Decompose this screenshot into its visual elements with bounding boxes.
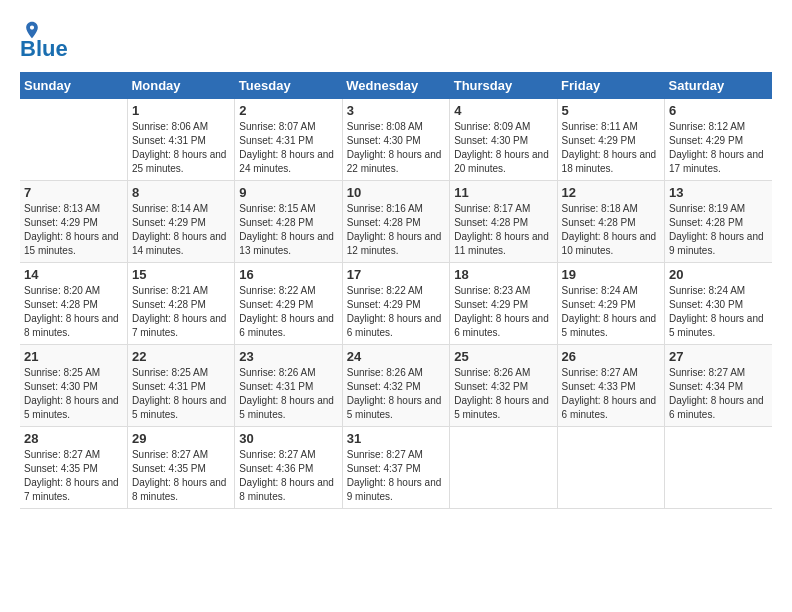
col-header-tuesday: Tuesday [235,72,342,99]
day-number: 18 [454,267,552,282]
day-cell: 21Sunrise: 8:25 AMSunset: 4:30 PMDayligh… [20,345,127,427]
day-cell: 30Sunrise: 8:27 AMSunset: 4:36 PMDayligh… [235,427,342,509]
day-cell: 4Sunrise: 8:09 AMSunset: 4:30 PMDaylight… [450,99,557,181]
day-info: Sunrise: 8:06 AMSunset: 4:31 PMDaylight:… [132,120,230,176]
day-info: Sunrise: 8:26 AMSunset: 4:32 PMDaylight:… [454,366,552,422]
day-info: Sunrise: 8:11 AMSunset: 4:29 PMDaylight:… [562,120,660,176]
logo: Blue [20,20,68,62]
week-row-5: 28Sunrise: 8:27 AMSunset: 4:35 PMDayligh… [20,427,772,509]
day-number: 23 [239,349,337,364]
day-info: Sunrise: 8:27 AMSunset: 4:35 PMDaylight:… [132,448,230,504]
day-number: 3 [347,103,445,118]
day-info: Sunrise: 8:09 AMSunset: 4:30 PMDaylight:… [454,120,552,176]
day-number: 5 [562,103,660,118]
day-cell: 1Sunrise: 8:06 AMSunset: 4:31 PMDaylight… [127,99,234,181]
day-cell [557,427,664,509]
calendar-table: SundayMondayTuesdayWednesdayThursdayFrid… [20,72,772,509]
week-row-3: 14Sunrise: 8:20 AMSunset: 4:28 PMDayligh… [20,263,772,345]
day-number: 25 [454,349,552,364]
day-info: Sunrise: 8:18 AMSunset: 4:28 PMDaylight:… [562,202,660,258]
day-cell: 17Sunrise: 8:22 AMSunset: 4:29 PMDayligh… [342,263,449,345]
day-cell: 2Sunrise: 8:07 AMSunset: 4:31 PMDaylight… [235,99,342,181]
day-number: 9 [239,185,337,200]
day-info: Sunrise: 8:08 AMSunset: 4:30 PMDaylight:… [347,120,445,176]
day-number: 11 [454,185,552,200]
day-cell: 23Sunrise: 8:26 AMSunset: 4:31 PMDayligh… [235,345,342,427]
day-info: Sunrise: 8:27 AMSunset: 4:37 PMDaylight:… [347,448,445,504]
day-info: Sunrise: 8:16 AMSunset: 4:28 PMDaylight:… [347,202,445,258]
week-row-1: 1Sunrise: 8:06 AMSunset: 4:31 PMDaylight… [20,99,772,181]
day-number: 30 [239,431,337,446]
logo-blue: Blue [20,36,68,62]
header: Blue [20,20,772,62]
day-number: 1 [132,103,230,118]
day-info: Sunrise: 8:27 AMSunset: 4:36 PMDaylight:… [239,448,337,504]
col-header-sunday: Sunday [20,72,127,99]
day-number: 16 [239,267,337,282]
day-cell: 24Sunrise: 8:26 AMSunset: 4:32 PMDayligh… [342,345,449,427]
day-number: 7 [24,185,123,200]
day-number: 4 [454,103,552,118]
day-info: Sunrise: 8:24 AMSunset: 4:29 PMDaylight:… [562,284,660,340]
day-info: Sunrise: 8:22 AMSunset: 4:29 PMDaylight:… [347,284,445,340]
col-header-monday: Monday [127,72,234,99]
day-number: 21 [24,349,123,364]
day-cell: 16Sunrise: 8:22 AMSunset: 4:29 PMDayligh… [235,263,342,345]
day-number: 27 [669,349,768,364]
day-number: 26 [562,349,660,364]
day-cell: 5Sunrise: 8:11 AMSunset: 4:29 PMDaylight… [557,99,664,181]
day-cell: 7Sunrise: 8:13 AMSunset: 4:29 PMDaylight… [20,181,127,263]
day-info: Sunrise: 8:19 AMSunset: 4:28 PMDaylight:… [669,202,768,258]
day-number: 28 [24,431,123,446]
day-info: Sunrise: 8:23 AMSunset: 4:29 PMDaylight:… [454,284,552,340]
day-info: Sunrise: 8:07 AMSunset: 4:31 PMDaylight:… [239,120,337,176]
day-cell: 27Sunrise: 8:27 AMSunset: 4:34 PMDayligh… [665,345,772,427]
day-number: 15 [132,267,230,282]
day-info: Sunrise: 8:20 AMSunset: 4:28 PMDaylight:… [24,284,123,340]
day-cell: 31Sunrise: 8:27 AMSunset: 4:37 PMDayligh… [342,427,449,509]
day-number: 22 [132,349,230,364]
day-cell: 18Sunrise: 8:23 AMSunset: 4:29 PMDayligh… [450,263,557,345]
day-number: 13 [669,185,768,200]
day-number: 12 [562,185,660,200]
day-number: 10 [347,185,445,200]
day-cell: 11Sunrise: 8:17 AMSunset: 4:28 PMDayligh… [450,181,557,263]
day-cell: 14Sunrise: 8:20 AMSunset: 4:28 PMDayligh… [20,263,127,345]
day-info: Sunrise: 8:14 AMSunset: 4:29 PMDaylight:… [132,202,230,258]
day-cell: 26Sunrise: 8:27 AMSunset: 4:33 PMDayligh… [557,345,664,427]
day-info: Sunrise: 8:26 AMSunset: 4:31 PMDaylight:… [239,366,337,422]
day-info: Sunrise: 8:21 AMSunset: 4:28 PMDaylight:… [132,284,230,340]
day-cell: 22Sunrise: 8:25 AMSunset: 4:31 PMDayligh… [127,345,234,427]
day-number: 24 [347,349,445,364]
day-info: Sunrise: 8:27 AMSunset: 4:33 PMDaylight:… [562,366,660,422]
day-number: 20 [669,267,768,282]
col-header-friday: Friday [557,72,664,99]
day-info: Sunrise: 8:27 AMSunset: 4:34 PMDaylight:… [669,366,768,422]
day-info: Sunrise: 8:22 AMSunset: 4:29 PMDaylight:… [239,284,337,340]
day-cell: 19Sunrise: 8:24 AMSunset: 4:29 PMDayligh… [557,263,664,345]
day-cell: 28Sunrise: 8:27 AMSunset: 4:35 PMDayligh… [20,427,127,509]
day-cell: 6Sunrise: 8:12 AMSunset: 4:29 PMDaylight… [665,99,772,181]
day-info: Sunrise: 8:12 AMSunset: 4:29 PMDaylight:… [669,120,768,176]
day-number: 31 [347,431,445,446]
day-cell: 13Sunrise: 8:19 AMSunset: 4:28 PMDayligh… [665,181,772,263]
day-cell [450,427,557,509]
col-header-saturday: Saturday [665,72,772,99]
col-header-wednesday: Wednesday [342,72,449,99]
day-cell: 15Sunrise: 8:21 AMSunset: 4:28 PMDayligh… [127,263,234,345]
day-info: Sunrise: 8:27 AMSunset: 4:35 PMDaylight:… [24,448,123,504]
day-cell: 3Sunrise: 8:08 AMSunset: 4:30 PMDaylight… [342,99,449,181]
day-info: Sunrise: 8:17 AMSunset: 4:28 PMDaylight:… [454,202,552,258]
day-cell: 12Sunrise: 8:18 AMSunset: 4:28 PMDayligh… [557,181,664,263]
day-info: Sunrise: 8:15 AMSunset: 4:28 PMDaylight:… [239,202,337,258]
week-row-4: 21Sunrise: 8:25 AMSunset: 4:30 PMDayligh… [20,345,772,427]
day-info: Sunrise: 8:25 AMSunset: 4:31 PMDaylight:… [132,366,230,422]
day-cell: 25Sunrise: 8:26 AMSunset: 4:32 PMDayligh… [450,345,557,427]
day-info: Sunrise: 8:25 AMSunset: 4:30 PMDaylight:… [24,366,123,422]
day-number: 6 [669,103,768,118]
day-number: 19 [562,267,660,282]
day-info: Sunrise: 8:13 AMSunset: 4:29 PMDaylight:… [24,202,123,258]
day-cell: 9Sunrise: 8:15 AMSunset: 4:28 PMDaylight… [235,181,342,263]
day-info: Sunrise: 8:24 AMSunset: 4:30 PMDaylight:… [669,284,768,340]
header-row: SundayMondayTuesdayWednesdayThursdayFrid… [20,72,772,99]
